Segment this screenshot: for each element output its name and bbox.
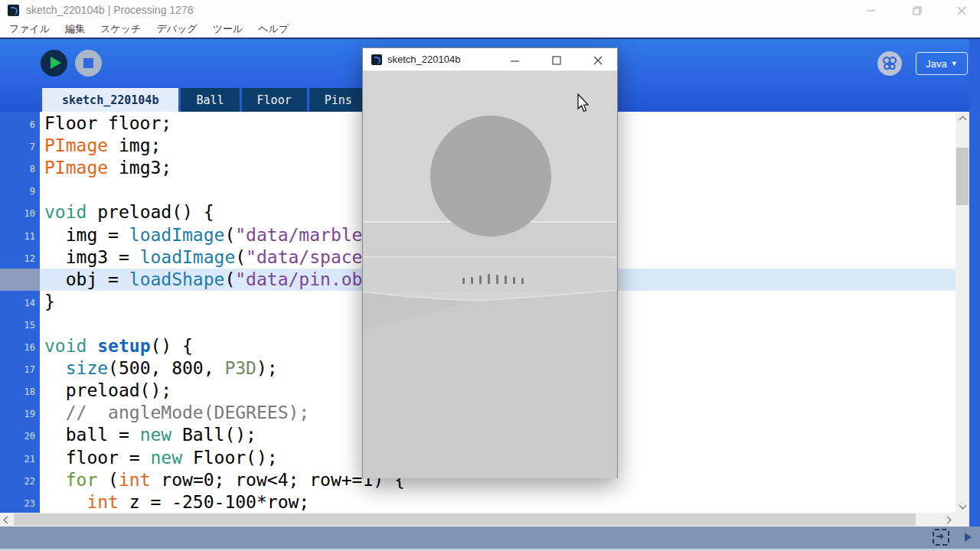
scroll-up-button[interactable] (956, 113, 969, 126)
debug-button[interactable] (877, 51, 902, 76)
code-line-16[interactable]: void setup() { (44, 335, 193, 357)
line-number-7: 7 (0, 142, 35, 152)
stop-square-icon (83, 58, 93, 68)
code-token: loadImage (140, 247, 236, 267)
code-line-17[interactable]: size(500, 800, P3D); (44, 357, 278, 380)
code-token: ( (97, 470, 119, 490)
code-token (44, 492, 87, 512)
code-token: new (140, 425, 172, 445)
restore-button[interactable] (902, 0, 933, 21)
line-number-9: 9 (0, 186, 35, 197)
code-token: () { (151, 336, 193, 356)
code-token: img3 = (44, 247, 140, 267)
vertical-scrollbar[interactable] (956, 112, 969, 513)
code-line-11[interactable]: img = loadImage("data/marble (44, 224, 362, 246)
code-line-7[interactable]: PImage img; (44, 135, 161, 157)
ball-shape (430, 116, 551, 236)
code-line-6[interactable]: Floor floor; (44, 112, 172, 135)
code-token (44, 470, 66, 490)
sketch-maximize-button[interactable] (541, 48, 573, 71)
menu-item-5[interactable]: ヘルプ (256, 21, 298, 37)
scroll-left-button[interactable] (0, 513, 14, 527)
sketch-scene (363, 72, 617, 478)
stop-button[interactable] (75, 50, 102, 77)
processing-logo-icon (8, 5, 19, 16)
menu-item-3[interactable]: デバッグ (155, 21, 206, 37)
vertical-scroll-thumb[interactable] (956, 148, 969, 205)
menu-item-4[interactable]: ツール (211, 21, 253, 37)
code-token: for (66, 470, 98, 490)
line-number-14: 14 (0, 298, 35, 308)
code-line-10[interactable]: void preload() { (44, 201, 214, 223)
chevron-right-icon (943, 516, 951, 523)
code-token: PImage (44, 135, 108, 155)
line-number-8: 8 (0, 164, 35, 174)
sketch-titlebar[interactable]: sketch_220104b (363, 48, 617, 71)
code-line-18[interactable]: preload(); (44, 380, 172, 402)
line-number-22: 22 (0, 476, 35, 487)
code-line-23[interactable]: int z = -250-100*row; (44, 491, 309, 514)
processing-logo-icon (371, 54, 382, 65)
chevron-left-icon (3, 516, 11, 523)
line-number-10: 10 (0, 208, 35, 219)
mode-selector-button[interactable]: Java ▼ (916, 52, 968, 75)
restore-icon (913, 6, 923, 16)
scroll-right-button[interactable] (940, 513, 954, 527)
processing-ide-window: sketch_220104b | Processing 1278 ファイル編集ス… (0, 0, 980, 551)
scroll-down-button[interactable] (956, 499, 969, 511)
menu-item-0[interactable]: ファイル (8, 21, 59, 37)
code-line-12[interactable]: img3 = loadImage("data/space (44, 246, 362, 269)
line-number-12: 12 (0, 253, 35, 264)
line-number-17: 17 (0, 364, 35, 375)
code-line-19[interactable]: // angleMode(DEGREES); (44, 402, 309, 424)
code-line-21[interactable]: floor = new Floor(); (44, 447, 278, 469)
code-token: setup (97, 336, 150, 356)
sketch-minimize-button[interactable] (499, 48, 531, 71)
close-button[interactable] (946, 0, 977, 21)
code-token (44, 358, 66, 378)
status-bar (0, 527, 980, 549)
horizontal-scrollbar[interactable] (0, 513, 969, 527)
tab-sketch_220104b[interactable]: sketch_220104b (42, 88, 178, 112)
chevron-down-icon (959, 501, 966, 509)
menu-item-1[interactable]: 編集 (64, 21, 94, 37)
code-token: (500, 800, (108, 358, 224, 378)
code-token (87, 336, 97, 356)
code-token: Floor(); (182, 448, 278, 468)
close-icon (593, 56, 603, 65)
sketch-window-title: sketch_220104b (387, 54, 460, 65)
sketch-output-window[interactable]: sketch_220104b (362, 47, 618, 478)
code-token: void (44, 336, 87, 356)
play-icon (51, 57, 61, 69)
code-token: ( (235, 247, 246, 267)
code-token: ( (224, 225, 235, 245)
sketch-close-button[interactable] (582, 48, 614, 71)
tab-floor[interactable]: Floor (242, 88, 307, 112)
code-line-20[interactable]: ball = new Ball(); (44, 424, 256, 446)
menu-item-2[interactable]: スケッチ (99, 21, 150, 37)
code-token: loadShape (129, 269, 225, 289)
code-token: Ball(); (172, 425, 256, 445)
dashed-box-arrow-icon[interactable] (933, 529, 949, 546)
line-number-19: 19 (0, 409, 35, 419)
minimize-button[interactable] (856, 0, 887, 21)
tab-pins[interactable]: Pins (309, 88, 368, 112)
line-number-15: 15 (0, 320, 35, 331)
horizontal-scroll-thumb[interactable] (14, 514, 916, 526)
run-button[interactable] (41, 50, 67, 77)
code-token: } (44, 292, 55, 311)
code-token: void (44, 202, 87, 222)
pin-1 (471, 277, 473, 284)
tab-ball[interactable]: Ball (181, 88, 239, 112)
titlebar: sketch_220104b | Processing 1278 (0, 0, 980, 21)
code-line-8[interactable]: PImage img3; (44, 157, 172, 179)
code-token: floor = (44, 448, 150, 468)
sketch-canvas[interactable] (363, 72, 617, 478)
maximize-icon (552, 56, 561, 65)
code-line-13[interactable]: obj = loadShape("data/pin.ob (44, 269, 362, 291)
butterfly-debug-icon (881, 55, 898, 72)
line-number-16: 16 (0, 342, 35, 353)
code-line-22[interactable]: for (int row=0; row<4; row+=1) { (44, 469, 405, 491)
code-line-14[interactable]: } (44, 291, 55, 313)
triangle-outline-icon[interactable] (965, 533, 972, 542)
